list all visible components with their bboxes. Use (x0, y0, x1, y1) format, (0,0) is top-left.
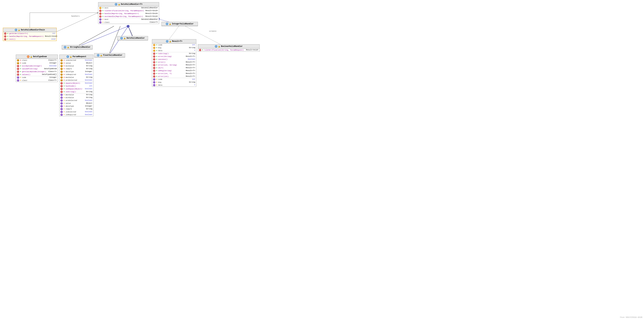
table-row: m ■ hashCode() int (60, 85, 93, 88)
table-row: m ■ valueOf(String) DataTypeEnum (16, 68, 58, 70)
visibility-icon: ■ (63, 108, 65, 110)
table-row: f ■ isSelected boolean (60, 59, 93, 62)
visibility-icon: ■ (20, 65, 21, 67)
visibility-icon: ■ (102, 16, 104, 17)
field-icon: f (60, 62, 63, 64)
visibility-icon: ■ (156, 73, 158, 74)
class-Result: C 🔒 Result<T> f ■ code int f (152, 39, 196, 87)
svg-line-5 (78, 26, 114, 46)
visibility-icon: ■ (20, 71, 21, 72)
method-icon: m (60, 91, 63, 93)
table-row: m ■ nextHandle(Map<String, ParamRequest>… (98, 15, 159, 18)
table-row: f ■ isRequired boolean (60, 73, 93, 76)
table-row: f ■ areSelected boolean (60, 79, 93, 82)
prop-icon: p (60, 96, 63, 99)
visibility-icon: ■ (156, 82, 158, 83)
field-icon: f (153, 50, 155, 52)
visibility-icon: ■ (20, 80, 21, 81)
method-icon: m (4, 38, 6, 40)
visibility-icon: ■ (202, 49, 204, 51)
svg-line-10 (168, 26, 179, 41)
table-row: m ■ ruleVerification(String, ParamReques… (98, 9, 159, 12)
class-IntegerValidHandler: C 🔒 IntegerValidHandler (162, 22, 198, 26)
visibility-icon: ■ (102, 10, 104, 12)
visibility-icon: ■ (63, 91, 65, 92)
class-header-DataValidHandlerChain: C 🔒 DataValidHandlerChain (3, 28, 56, 32)
field-icon: f (99, 7, 102, 9)
visibility-icon: ■ (63, 102, 65, 104)
class-header-BooleanValidHandler: C 🔒 BooleanValidHandler (198, 44, 260, 48)
visibility-icon: ■ (7, 33, 8, 34)
class-DataValidHandlerChain: C 🔒 DataValidHandlerChain m ■ getOrder(C… (3, 28, 57, 41)
table-row: m ■ okMsg(String) Result<T> (152, 69, 196, 72)
field-icon: f (60, 65, 63, 67)
table-row: m ■ canEqual(Object) boolean (60, 88, 93, 90)
table-row: m ■ toString() String (60, 90, 93, 93)
visibility-icon: ■ (102, 13, 104, 14)
table-row: f ■ remark String (60, 68, 93, 70)
method-icon: m (153, 61, 155, 63)
class-members-DataValidHandler: f ■ next DataValidHandler m ■ ruleVerifi… (98, 6, 159, 18)
visibility-icon: ■ (156, 53, 158, 54)
class-props-Result: p ■ code int p ■ msg String (152, 78, 196, 86)
table-row: p ■ code int (152, 78, 196, 81)
class-FloatValidHandler: C 🔒 FloatValidHandler (94, 53, 125, 58)
visibility-icon: ■ (20, 68, 21, 70)
class-DataTypeEnum: E 🔒 DataTypeEnum f ■ clazz Class<?> f (16, 54, 58, 82)
class-fields-Result: f ■ code int f ■ msg String (152, 43, 196, 52)
class-header-ParamRequest: C 🔒 ParamRequest (60, 55, 93, 59)
table-row: m ■ error() Result<T> (152, 61, 196, 64)
method-icon: m (153, 72, 155, 75)
table-row: m ■ ruleVerification(String, ParamReques… (198, 48, 260, 52)
visibility-icon: ■ (156, 56, 158, 57)
visibility-icon: ■ (63, 60, 65, 61)
table-row: m ■ success() boolean (152, 58, 196, 61)
visibility-icon: ■ (63, 97, 65, 98)
visibility-icon: ■ (7, 38, 8, 40)
table-row: p ■ dataType Integer (60, 105, 93, 108)
method-icon: m (4, 35, 6, 38)
table-row: p ■ maxValue String (60, 93, 93, 96)
method-icon: m (17, 68, 19, 70)
class-header-IntegerValidHandler: C 🔒 IntegerValidHandler (162, 22, 198, 26)
table-row: f ■ value Object (60, 62, 93, 64)
method-icon: m (17, 65, 19, 67)
visibility-icon: ■ (63, 62, 65, 64)
table-row: p ■ minValue String (60, 96, 93, 99)
visibility-icon: ■ (156, 79, 158, 80)
table-row: m ■ error(int, String) Result<T> (152, 64, 196, 66)
visibility-icon: ■ (156, 47, 158, 48)
method-icon: m (17, 74, 19, 76)
prop-icon: p (153, 81, 155, 84)
visibility-icon: ■ (102, 7, 104, 9)
visibility-icon: ■ (63, 94, 65, 96)
field-icon: f (17, 62, 19, 64)
method-icon: m (153, 58, 155, 60)
prop-icon: p (60, 94, 63, 96)
table-row: m ■ exitByCode(Integer) boolean (16, 64, 58, 68)
table-row: m ■ ok(T) Result<T> (152, 66, 196, 69)
table-row: f ■ msg String (152, 46, 196, 49)
prop-icon: p (60, 111, 63, 113)
method-icon: m (17, 70, 19, 73)
visibility-icon: ■ (156, 44, 158, 46)
visibility-icon: ■ (7, 36, 8, 37)
watermark: ©Suan 智能示范系统提-提纸图 (620, 316, 642, 318)
table-row: f ■ code Integer (16, 62, 58, 64)
prop-icon: p (153, 84, 155, 86)
table-row: m ■ error(int) Result<T> (152, 75, 196, 78)
visibility-icon: ■ (63, 80, 65, 81)
visibility-icon: ■ (20, 74, 21, 75)
visibility-icon: ■ (63, 88, 65, 90)
visibility-icon: ■ (156, 64, 158, 66)
prop-icon: p (17, 79, 19, 82)
visibility-icon: ■ (102, 22, 104, 23)
class-ParamRequest: C 🔒 ParamRequest f ■ isSelected boolean (59, 54, 94, 116)
class-header-DataTypeEnum: E 🔒 DataTypeEnum (16, 55, 58, 59)
class-members-BooleanValidHandler: m ■ ruleVerification(String, ParamReques… (198, 48, 260, 52)
prop-icon: p (99, 18, 102, 20)
prop-icon: p (60, 100, 63, 102)
visibility-icon: ■ (63, 82, 65, 84)
method-icon: m (153, 67, 155, 69)
visibility-icon: ■ (63, 68, 65, 70)
